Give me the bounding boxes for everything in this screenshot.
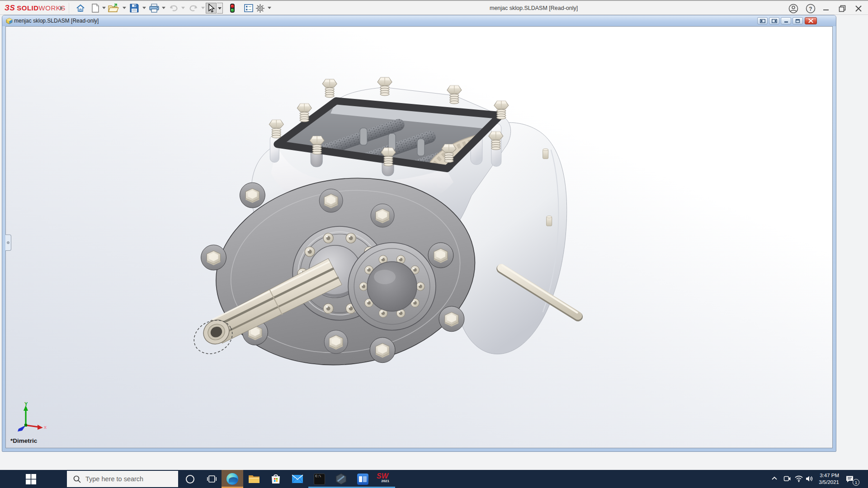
- hexagon-app-icon: [335, 473, 347, 485]
- view-orientation-label: *Dimetric: [10, 437, 37, 444]
- x-axis-arrow: [38, 425, 43, 430]
- undo-dropdown[interactable]: [181, 7, 185, 9]
- taskbar-hexagon-app-button[interactable]: [330, 470, 352, 488]
- terminal-icon: C:\: [314, 474, 325, 485]
- solidworks-logo: ЗSSOLIDWORKS: [5, 1, 66, 15]
- document-window: menjac sklop.SLDASM [Read-only]: [2, 15, 836, 452]
- minimize-button[interactable]: [819, 2, 833, 15]
- account-button[interactable]: [787, 2, 800, 15]
- cortana-icon: [186, 475, 194, 483]
- blue-window-app-icon: [357, 474, 368, 485]
- selection-status-button[interactable]: [227, 3, 238, 14]
- toolbar-separator: [69, 3, 69, 14]
- shift-fork[interactable]: [360, 128, 367, 145]
- taskbar-search-input[interactable]: Type here to search: [67, 471, 178, 487]
- redo-dropdown[interactable]: [201, 7, 205, 9]
- assembly-file-icon: [6, 18, 13, 24]
- help-button[interactable]: ?: [804, 2, 817, 15]
- orientation-triad: Y x: [12, 402, 47, 433]
- print-button[interactable]: [149, 3, 160, 14]
- edge-icon: [226, 473, 238, 485]
- svg-text:?: ?: [809, 5, 812, 12]
- search-placeholder-text: Type here to search: [85, 475, 143, 483]
- rear-stud-bolt[interactable]: [547, 216, 552, 226]
- select-tool-dropdown[interactable]: [217, 3, 223, 14]
- taskbar-file-explorer-button[interactable]: [243, 470, 265, 488]
- select-tool-button[interactable]: [206, 3, 217, 14]
- volume-icon: [806, 475, 813, 482]
- start-button[interactable]: [18, 470, 43, 488]
- x-axis-label: x: [44, 424, 47, 430]
- traffic-light-icon: [230, 3, 235, 13]
- print-dropdown[interactable]: [162, 7, 165, 9]
- undo-button[interactable]: [168, 3, 179, 14]
- gearbox-assembly-model[interactable]: [6, 27, 832, 448]
- save-button[interactable]: [129, 3, 140, 14]
- notification-badge: 1: [853, 479, 859, 486]
- doc-close-button[interactable]: [805, 17, 817, 24]
- file-explorer-icon: [248, 474, 260, 484]
- app-window-title: menjac sklop.SLDASM [Read-only]: [490, 1, 578, 16]
- redo-button[interactable]: [188, 3, 199, 14]
- mail-icon: [292, 474, 303, 483]
- new-document-button[interactable]: [90, 3, 101, 14]
- document-title-bar[interactable]: menjac sklop.SLDASM [Read-only]: [2, 15, 836, 26]
- feature-tree-collapse-tab[interactable]: [5, 235, 11, 251]
- tray-chevron-up-button[interactable]: [771, 475, 778, 483]
- shift-fork[interactable]: [417, 139, 425, 156]
- account-icon: [788, 4, 798, 14]
- logo-ds-glyph: ЗS: [5, 4, 15, 12]
- tray-clock[interactable]: 3:47 PM 3/5/2021: [814, 472, 839, 486]
- menu-expand-arrow-icon[interactable]: [60, 6, 63, 10]
- taskbar-terminal-button[interactable]: C:\: [308, 470, 330, 488]
- taskbar-store-button[interactable]: [265, 470, 287, 488]
- restore-button[interactable]: [835, 2, 849, 15]
- taskbar-blue-window-app-button[interactable]: [352, 470, 373, 488]
- cortana-button[interactable]: [180, 470, 200, 488]
- tray-wifi-button[interactable]: [795, 475, 803, 484]
- task-view-icon: [207, 475, 217, 483]
- doc-minimize-button[interactable]: [781, 17, 791, 24]
- start-icon: [26, 474, 36, 484]
- close-icon: [808, 19, 813, 23]
- wifi-icon: [795, 475, 803, 482]
- taskbar-solidworks-button[interactable]: SW 2021: [373, 470, 395, 488]
- open-button[interactable]: [108, 3, 119, 14]
- new-document-dropdown[interactable]: [102, 7, 106, 9]
- graphics-viewport[interactable]: Y x *Dimetric: [5, 26, 833, 448]
- options-button[interactable]: [255, 3, 265, 14]
- search-icon: [73, 475, 81, 483]
- new-document-icon: [91, 4, 99, 13]
- pane-right-button[interactable]: [769, 17, 779, 24]
- help-icon: ?: [806, 4, 816, 14]
- y-axis-label: Y: [24, 402, 28, 407]
- open-icon: [108, 4, 119, 13]
- minimize-icon: [823, 5, 829, 12]
- restore-icon: [795, 19, 800, 23]
- print-icon: [149, 4, 159, 13]
- task-pane-list-icon: [244, 4, 253, 12]
- pane-right-icon: [772, 19, 777, 23]
- bearing-cover-flange[interactable]: [348, 243, 436, 330]
- minimize-icon: [784, 19, 788, 23]
- home-button[interactable]: [75, 3, 86, 14]
- doc-restore-button[interactable]: [793, 17, 803, 24]
- tray-volume-button[interactable]: [806, 475, 813, 484]
- meet-now-icon: [783, 475, 791, 482]
- close-button[interactable]: [852, 2, 865, 15]
- restore-icon: [839, 5, 846, 12]
- close-icon: [855, 5, 862, 12]
- taskbar-mail-button[interactable]: [287, 470, 308, 488]
- options-dropdown[interactable]: [268, 7, 271, 9]
- task-pane-button[interactable]: [243, 3, 254, 14]
- tray-time: 3:47 PM: [814, 472, 839, 479]
- save-dropdown[interactable]: [142, 7, 146, 9]
- task-view-button[interactable]: [202, 470, 222, 488]
- pane-left-button[interactable]: [757, 17, 768, 24]
- taskbar-edge-button[interactable]: [222, 470, 243, 488]
- app-title-bar: ЗSSOLIDWORKS: [0, 0, 868, 15]
- rear-stud-bolt[interactable]: [543, 149, 548, 159]
- open-dropdown[interactable]: [123, 7, 126, 9]
- solidworks-icon: SW 2021: [377, 472, 392, 486]
- tray-meet-now-button[interactable]: [783, 475, 791, 484]
